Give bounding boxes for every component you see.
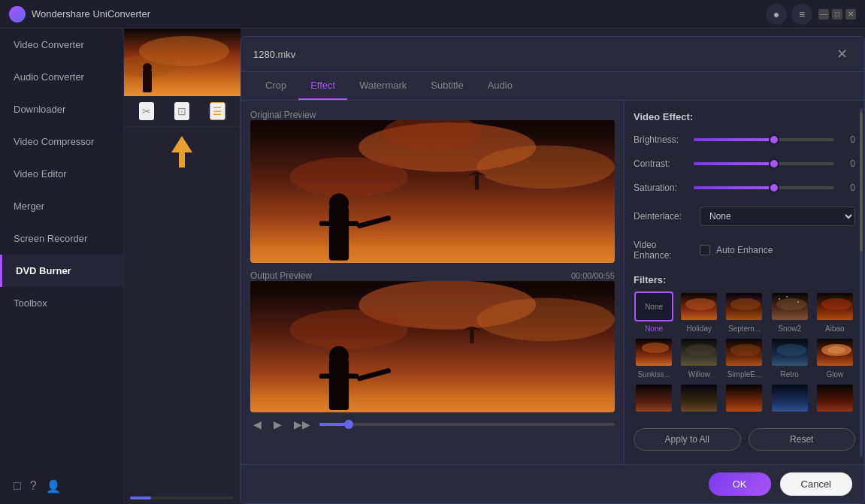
svg-point-20 <box>329 346 349 366</box>
filters-label: Filters: <box>634 274 855 285</box>
rewind-button[interactable]: ◀ <box>250 417 265 432</box>
filter-name-none: None <box>645 324 663 333</box>
tab-subtitle[interactable]: Subtitle <box>419 72 475 100</box>
top-bar-controls: ● ≡ <box>766 4 812 25</box>
effects-button[interactable]: ☰ <box>210 102 225 120</box>
filters-grid: None None <box>634 291 855 416</box>
sidebar-item-merger[interactable]: Merger <box>0 190 123 222</box>
filter-simpleedit[interactable]: SimpleE... <box>724 337 764 379</box>
maximize-button[interactable]: □ <box>832 9 842 20</box>
filter-thumb-extra4 <box>770 383 809 413</box>
svg-rect-49 <box>772 385 809 413</box>
svg-point-17 <box>289 309 407 349</box>
svg-point-45 <box>827 346 845 354</box>
contrast-slider[interactable] <box>694 162 834 165</box>
filter-name-snow2: Snow2 <box>778 324 801 333</box>
sidebar: Video Converter Audio Converter Download… <box>0 29 124 504</box>
filter-thumb-extra2 <box>679 383 718 413</box>
dialog-tabs: Crop Effect Watermark Subtitle Audio <box>241 72 864 101</box>
filter-name-simpleedit: SimpleE... <box>727 370 762 379</box>
sidebar-item-video-editor[interactable]: Video Editor <box>0 158 123 190</box>
filter-retro[interactable]: Retro <box>770 337 810 379</box>
dialog-title: 1280.mkv <box>253 49 823 60</box>
filter-none[interactable]: None None <box>634 291 674 333</box>
tab-effect[interactable]: Effect <box>298 72 347 100</box>
filter-willow[interactable]: Willow <box>679 337 719 379</box>
filter-holiday[interactable]: Holiday <box>679 291 719 333</box>
video-list-progress <box>124 492 240 504</box>
svg-rect-23 <box>470 330 473 343</box>
video-thumbnail[interactable] <box>124 29 240 96</box>
filter-name-willow: Willow <box>688 370 710 379</box>
filter-september[interactable]: Septem... <box>724 291 764 333</box>
brightness-value: 0 <box>840 134 855 145</box>
original-preview-video <box>250 120 615 263</box>
sidebar-item-toolbox[interactable]: Toolbox <box>0 287 123 319</box>
help-icon[interactable]: ? <box>30 479 37 493</box>
dialog-box: 1280.mkv ✕ Crop Effect Watermark Subtitl… <box>240 36 865 504</box>
filter-thumb-sunkiss <box>634 337 673 367</box>
filter-extra3[interactable] <box>724 383 764 416</box>
cancel-button[interactable]: Cancel <box>780 472 852 496</box>
filter-glow[interactable]: Glow <box>815 337 855 379</box>
svg-point-18 <box>476 298 615 342</box>
progress-fill <box>130 496 151 499</box>
svg-rect-10 <box>329 207 349 261</box>
filter-snow2[interactable]: Snow2 <box>770 291 810 333</box>
sidebar-item-downloader[interactable]: Downloader <box>0 93 123 125</box>
minimize-button[interactable]: — <box>818 9 829 20</box>
deinterlace-row: Deinterlace: None Bob Blend Mean Linear <box>634 207 855 226</box>
filter-sunkiss[interactable]: Sunkiss... <box>634 337 674 379</box>
sidebar-item-video-converter[interactable]: Video Converter <box>0 29 123 61</box>
saturation-row: Saturation: 0 <box>634 183 855 193</box>
cut-button[interactable]: ✂ <box>139 102 154 120</box>
brightness-slider[interactable] <box>694 138 834 141</box>
tab-audio[interactable]: Audio <box>476 72 525 100</box>
contrast-value: 0 <box>840 158 855 169</box>
top-bar: Wondershare UniConverter ● ≡ — □ ✕ <box>0 0 865 29</box>
sidebar-item-video-compressor[interactable]: Video Compressor <box>0 125 123 158</box>
apply-to-all-button[interactable]: Apply to All <box>634 428 741 451</box>
output-preview-video <box>250 281 615 412</box>
dialog-close-button[interactable]: ✕ <box>832 44 852 64</box>
play-button[interactable]: ▶ <box>271 417 285 432</box>
deinterlace-select[interactable]: None Bob Blend Mean Linear <box>700 207 855 226</box>
tab-crop[interactable]: Crop <box>253 72 298 100</box>
user-icon[interactable]: 👤 <box>46 479 61 493</box>
svg-point-27 <box>730 298 761 310</box>
thumb-action-bar: ✂ ⊡ ☰ <box>124 96 240 127</box>
filter-action-buttons: Apply to All Reset <box>634 428 855 451</box>
svg-point-32 <box>786 296 788 297</box>
filter-thumb-extra3 <box>724 383 764 413</box>
menu-button[interactable]: ≡ <box>791 4 812 25</box>
sidebar-item-audio-converter[interactable]: Audio Converter <box>0 61 123 93</box>
auto-enhance-checkbox[interactable] <box>700 245 710 255</box>
filter-extra4[interactable] <box>770 383 810 416</box>
tab-watermark[interactable]: Watermark <box>347 72 419 100</box>
user-profile-button[interactable]: ● <box>766 4 787 25</box>
app-logo <box>9 6 26 23</box>
filter-name-september: Septem... <box>728 324 761 333</box>
forward-button[interactable]: ▶▶ <box>291 417 313 432</box>
video-enhance-label: Video Enhance: <box>634 240 694 261</box>
contrast-label: Contrast: <box>634 158 688 169</box>
filter-thumb-willow <box>679 337 718 367</box>
filter-thumb-extra1 <box>634 383 673 413</box>
copy-button[interactable]: ⊡ <box>174 102 189 120</box>
sidebar-item-dvd-burner[interactable]: DVD Burner <box>0 255 123 287</box>
filter-extra1[interactable] <box>634 383 674 416</box>
scrollbar-thumb[interactable] <box>860 112 863 252</box>
close-window-button[interactable]: ✕ <box>845 9 856 20</box>
filter-aibao[interactable]: Aibao <box>815 291 855 333</box>
filter-extra2[interactable] <box>679 383 719 416</box>
reset-button[interactable]: Reset <box>749 428 856 451</box>
video-enhance-row: Video Enhance: Auto Enhance <box>634 240 855 261</box>
filter-name-glow: Glow <box>827 370 844 379</box>
saturation-slider[interactable] <box>694 186 834 189</box>
ok-button[interactable]: OK <box>709 472 771 496</box>
layout-icon[interactable]: □ <box>14 479 21 493</box>
preview-progress-bar[interactable] <box>319 423 615 426</box>
svg-point-36 <box>642 343 669 353</box>
filter-extra5[interactable] <box>815 383 855 416</box>
sidebar-item-screen-recorder[interactable]: Screen Recorder <box>0 222 123 255</box>
